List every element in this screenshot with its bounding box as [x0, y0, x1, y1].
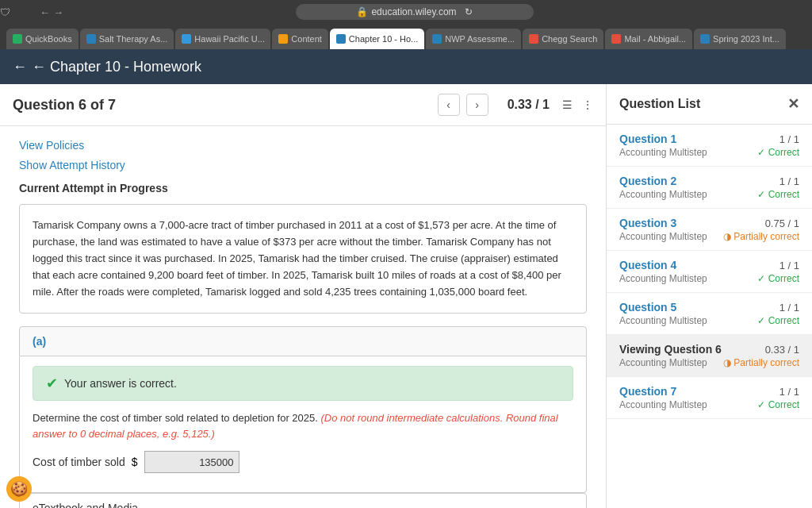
passage-text: Tamarisk Company owns a 7,000-acre tract…: [33, 219, 561, 297]
refresh-icon[interactable]: ↻: [465, 6, 473, 17]
back-nav-btn[interactable]: ←: [40, 6, 50, 18]
browser-tab[interactable]: Content: [272, 29, 328, 49]
question-item-score: 1 / 1: [779, 175, 799, 187]
instruction-main-text: Determine the cost of timber sold relate…: [33, 412, 318, 424]
question-item-type: Accounting Multistep: [619, 357, 707, 368]
question-nav: ‹ ›: [438, 94, 488, 116]
question-item-name: Question 7: [619, 385, 676, 398]
forward-nav-btn[interactable]: →: [53, 6, 63, 18]
browser-tab[interactable]: Salt Therapy As...: [80, 29, 174, 49]
question-item-name: Question 5: [619, 301, 676, 314]
toolbar-icons: ☰ ⋮: [562, 98, 593, 111]
question-item-score: 1 / 1: [779, 133, 799, 145]
question-list-title: Question List: [619, 97, 700, 111]
browser-tab[interactable]: Mail - Abbigail...: [605, 29, 692, 49]
question-item-score: 1 / 1: [779, 386, 799, 398]
browser-tab[interactable]: Chegg Search: [523, 29, 603, 49]
question-list-item[interactable]: Question 71 / 1Accounting Multistep✓ Cor…: [607, 377, 812, 419]
tab-label: Chapter 10 - Ho...: [349, 34, 418, 44]
tab-favicon-icon: [529, 34, 538, 44]
question-item-score: 0.33 / 1: [765, 344, 799, 356]
question-item-type: Accounting Multistep: [619, 399, 707, 410]
cost-timber-sold-input[interactable]: [144, 451, 239, 473]
dollar-sign: $: [132, 456, 138, 468]
passage-box: Tamarisk Company owns a 7,000-acre tract…: [19, 204, 587, 314]
question-header: Question 6 of 7 ‹ › 0.33 / 1 ☰ ⋮: [0, 84, 606, 126]
score-badge: 0.33 / 1: [508, 98, 550, 112]
back-button[interactable]: ← ← Chapter 10 - Homework: [13, 59, 201, 75]
correct-check-icon: ✔: [46, 375, 58, 392]
tab-label: Spring 2023 Int...: [713, 34, 779, 44]
question-item-score: 1 / 1: [779, 260, 799, 271]
question-item-status: ✓ Correct: [757, 189, 799, 200]
tab-label: Content: [291, 34, 322, 44]
part-a-content: ✔ Your answer is correct. Determine the …: [19, 356, 587, 493]
prev-question-button[interactable]: ‹: [438, 94, 460, 116]
instruction-text: Determine the cost of timber sold relate…: [33, 410, 573, 441]
question-item-name: Question 3: [619, 217, 676, 229]
question-item-type: Accounting Multistep: [619, 315, 707, 326]
question-item-status: ✓ Correct: [757, 315, 799, 326]
question-list-item[interactable]: Viewing Question 60.33 / 1Accounting Mul…: [607, 335, 812, 377]
question-list-item[interactable]: Question 41 / 1Accounting Multistep✓ Cor…: [607, 251, 812, 293]
question-list-item[interactable]: Question 51 / 1Accounting Multistep✓ Cor…: [607, 293, 812, 335]
cookie-icon-button[interactable]: 🍪: [6, 476, 32, 502]
tab-label: Salt Therapy As...: [99, 34, 168, 44]
show-attempt-link[interactable]: Show Attempt History: [19, 156, 587, 175]
correct-banner: ✔ Your answer is correct.: [33, 366, 573, 401]
tab-favicon-icon: [432, 34, 442, 44]
tabs-bar: QuickBooksSalt Therapy As...Hawaii Pacif…: [0, 24, 812, 49]
browser-tab[interactable]: Hawaii Pacific U...: [175, 29, 270, 49]
next-question-button[interactable]: ›: [466, 94, 488, 116]
policy-links: View Policies Show Attempt History: [19, 136, 587, 175]
question-item-name: Viewing Question 6: [619, 343, 722, 356]
question-list-item[interactable]: Question 21 / 1Accounting Multistep✓ Cor…: [607, 167, 812, 209]
browser-tab[interactable]: NWP Assessme...: [426, 29, 521, 49]
tab-label: Mail - Abbigail...: [624, 34, 686, 44]
part-a-container: (a) ✔ Your answer is correct. Determine …: [19, 326, 587, 493]
back-arrow-icon: ←: [13, 59, 27, 75]
sidebar: Question List ✕ Question 11 / 1Accountin…: [606, 84, 812, 508]
app-header-title: ← Chapter 10 - Homework: [32, 59, 201, 75]
current-attempt-label: Current Attempt in Progress: [19, 182, 587, 194]
question-item-name: Question 4: [619, 259, 676, 271]
question-list-item[interactable]: Question 30.75 / 1Accounting Multistep◑ …: [607, 209, 812, 251]
tab-favicon-icon: [13, 34, 22, 44]
view-policies-link[interactable]: View Policies: [19, 136, 587, 156]
question-item-status: ✓ Correct: [757, 399, 799, 410]
app-header: ← ← Chapter 10 - Homework: [0, 49, 812, 84]
browser-chrome: ← → 🛡 🔒 education.wiley.com ↻ QuickBooks…: [0, 0, 812, 49]
lock-icon: 🔒: [356, 6, 368, 17]
shield-icon: 🛡: [0, 6, 10, 18]
browser-tab[interactable]: Spring 2023 Int...: [694, 29, 786, 49]
question-item-status: ✓ Correct: [757, 273, 799, 284]
tab-favicon-icon: [278, 34, 288, 44]
tab-label: QuickBooks: [25, 34, 72, 44]
tab-label: Chegg Search: [542, 34, 597, 44]
close-sidebar-button[interactable]: ✕: [787, 95, 799, 113]
question-item-status: ✓ Correct: [757, 147, 799, 158]
more-options-icon[interactable]: ⋮: [582, 98, 593, 111]
question-list-item[interactable]: Question 11 / 1Accounting Multistep✓ Cor…: [607, 125, 812, 167]
list-icon[interactable]: ☰: [562, 98, 573, 111]
content-area: Question 6 of 7 ‹ › 0.33 / 1 ☰ ⋮ View Po…: [0, 84, 606, 508]
tab-label: NWP Assessme...: [445, 34, 515, 44]
input-row: Cost of timber sold $: [33, 451, 573, 473]
title-bar: ← → 🛡 🔒 education.wiley.com ↻: [0, 0, 812, 24]
browser-tab[interactable]: QuickBooks: [6, 29, 79, 49]
question-item-status: ◑ Partially correct: [723, 357, 799, 368]
tab-favicon-icon: [336, 34, 346, 44]
question-item-type: Accounting Multistep: [619, 231, 707, 242]
part-a-label: (a): [19, 326, 587, 356]
question-item-status: ◑ Partially correct: [723, 231, 799, 242]
tab-favicon-icon: [611, 34, 621, 44]
url-bar[interactable]: 🔒 education.wiley.com ↻: [296, 4, 534, 20]
etextbook-button[interactable]: eTextbook and Media: [19, 493, 587, 508]
question-item-name: Question 1: [619, 133, 676, 145]
browser-tab[interactable]: Chapter 10 - Ho...: [330, 29, 424, 49]
browser-nav-buttons[interactable]: ← →: [40, 6, 63, 18]
main-layout: Question 6 of 7 ‹ › 0.33 / 1 ☰ ⋮ View Po…: [0, 84, 812, 508]
input-label: Cost of timber sold: [33, 456, 125, 468]
tab-favicon-icon: [86, 34, 96, 44]
question-item-name: Question 2: [619, 175, 676, 187]
